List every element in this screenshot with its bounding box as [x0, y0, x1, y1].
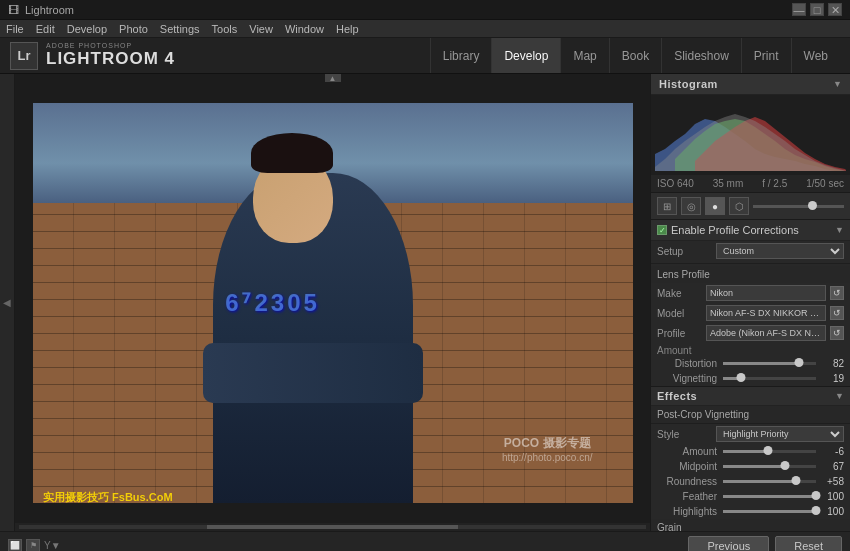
- amount-sublabel: Amount: [651, 343, 850, 356]
- vignetting-thumb[interactable]: [736, 373, 745, 382]
- profile-value: Adobe (Nikon AF-S DX NIKKO...: [706, 325, 826, 341]
- histogram-display: [651, 95, 850, 175]
- person-hair: [251, 133, 333, 173]
- tab-book[interactable]: Book: [609, 38, 661, 73]
- effects-amount-row: Amount -6: [651, 444, 850, 459]
- distortion-thumb[interactable]: [795, 358, 804, 367]
- iso-value: ISO 640: [657, 178, 694, 189]
- horizontal-scrollbar[interactable]: [15, 523, 650, 531]
- menu-tools[interactable]: Tools: [212, 23, 238, 35]
- highlights-fill: [723, 510, 816, 513]
- tab-print[interactable]: Print: [741, 38, 791, 73]
- tool-row: ⊞ ◎ ● ⬡: [651, 193, 850, 220]
- menu-view[interactable]: View: [249, 23, 273, 35]
- tool-slider-group: [753, 205, 844, 208]
- highlights-row: Highlights 100: [651, 504, 850, 519]
- app-icon: 🎞: [8, 4, 19, 16]
- scrollbar-thumb[interactable]: [207, 525, 458, 529]
- top-arrow[interactable]: ▲: [325, 74, 341, 82]
- model-row: Model Nikon AF-S DX NIKKOR 35mm... ↺: [651, 303, 850, 323]
- tab-slideshow[interactable]: Slideshow: [661, 38, 741, 73]
- menu-help[interactable]: Help: [336, 23, 359, 35]
- effects-amount-thumb[interactable]: [763, 446, 772, 455]
- effects-amount-label: Amount: [657, 446, 717, 457]
- roundness-value: +58: [822, 476, 844, 487]
- tab-map[interactable]: Map: [560, 38, 608, 73]
- shutter-value: 1/50 sec: [806, 178, 844, 189]
- previous-button[interactable]: Previous: [688, 536, 769, 552]
- feather-value: 100: [822, 491, 844, 502]
- brush-tool[interactable]: ⬡: [729, 197, 749, 215]
- model-reset-btn[interactable]: ↺: [830, 306, 844, 320]
- menu-develop[interactable]: Develop: [67, 23, 107, 35]
- poco-watermark: POCO 摄影专题 http://photo.poco.cn/: [502, 435, 593, 463]
- profile-label: Profile: [657, 328, 702, 339]
- lens-corrections-header[interactable]: ✓ Enable Profile Corrections ▼: [651, 220, 850, 241]
- vignetting-row: Vignetting 19: [651, 371, 850, 386]
- feather-slider[interactable]: [723, 495, 816, 498]
- enable-corrections-checkbox[interactable]: ✓: [657, 225, 667, 235]
- setup-select[interactable]: Custom Auto: [716, 243, 844, 259]
- menu-photo[interactable]: Photo: [119, 23, 148, 35]
- flag-icon[interactable]: ⚑: [26, 539, 40, 552]
- menu-window[interactable]: Window: [285, 23, 324, 35]
- tab-library[interactable]: Library: [430, 38, 492, 73]
- effects-amount-slider[interactable]: [723, 450, 816, 453]
- highlights-thumb[interactable]: [812, 506, 821, 515]
- roundness-thumb[interactable]: [792, 476, 801, 485]
- highlights-slider[interactable]: [723, 510, 816, 513]
- distortion-slider[interactable]: [723, 362, 816, 365]
- vignetting-slider[interactable]: [723, 377, 816, 380]
- minimize-button[interactable]: —: [792, 3, 806, 16]
- view-icon[interactable]: ⬜: [8, 539, 22, 552]
- histogram-chevron: ▼: [833, 79, 842, 89]
- vignetting-value: 19: [822, 373, 844, 384]
- style-label: Style: [657, 429, 712, 440]
- grain-header: Grain: [651, 519, 850, 531]
- midpoint-slider[interactable]: [723, 465, 816, 468]
- profile-reset-btn[interactable]: ↺: [830, 326, 844, 340]
- close-button[interactable]: ✕: [828, 3, 842, 16]
- tool-slider-track[interactable]: [753, 205, 844, 208]
- window-controls[interactable]: — □ ✕: [792, 3, 842, 16]
- maximize-button[interactable]: □: [810, 3, 824, 16]
- hist-lum: [655, 114, 846, 171]
- red-eye-tool[interactable]: ●: [705, 197, 725, 215]
- roundness-slider[interactable]: [723, 480, 816, 483]
- tool-slider-thumb[interactable]: [808, 201, 817, 210]
- distortion-label: Distortion: [657, 358, 717, 369]
- effects-title: Effects: [657, 390, 697, 402]
- lens-profile-header: Lens Profile: [651, 266, 850, 283]
- histogram-title: Histogram: [659, 78, 718, 90]
- menu-settings[interactable]: Settings: [160, 23, 200, 35]
- crop-tool[interactable]: ⊞: [657, 197, 677, 215]
- tab-web[interactable]: Web: [791, 38, 840, 73]
- menu-file[interactable]: File: [6, 23, 24, 35]
- camera-info-bar: ISO 640 35 mm f / 2.5 1/50 sec: [651, 175, 850, 193]
- histogram-header[interactable]: Histogram ▼: [651, 74, 850, 95]
- midpoint-fill: [723, 465, 785, 468]
- setup-row: Setup Custom Auto: [651, 241, 850, 261]
- midpoint-thumb[interactable]: [781, 461, 790, 470]
- make-reset-btn[interactable]: ↺: [830, 286, 844, 300]
- highlights-label: Highlights: [657, 506, 717, 517]
- watermark-overlay: 6⁷2305: [225, 289, 320, 317]
- reset-button[interactable]: Reset: [775, 536, 842, 552]
- spot-tool[interactable]: ◎: [681, 197, 701, 215]
- style-select[interactable]: Highlight Priority Color Priority Paint …: [716, 426, 844, 442]
- make-row: Make Nikon ↺: [651, 283, 850, 303]
- left-panel: ◀: [0, 74, 15, 531]
- app-name: LIGHTROOM 4: [46, 49, 175, 69]
- divider-1: [651, 263, 850, 264]
- app-title: ADOBE PHOTOSHOP LIGHTROOM 4: [46, 42, 175, 69]
- feather-thumb[interactable]: [812, 491, 821, 500]
- midpoint-label: Midpoint: [657, 461, 717, 472]
- person-arms: [203, 343, 423, 403]
- app-header: Lr ADOBE PHOTOSHOP LIGHTROOM 4 Library D…: [0, 38, 850, 74]
- highlights-value: 100: [822, 506, 844, 517]
- effects-header[interactable]: Effects ▼: [651, 387, 850, 406]
- adobe-label: ADOBE PHOTOSHOP: [46, 42, 175, 49]
- menu-edit[interactable]: Edit: [36, 23, 55, 35]
- tab-develop[interactable]: Develop: [491, 38, 560, 73]
- prev-reset-group: Previous Reset: [688, 536, 842, 552]
